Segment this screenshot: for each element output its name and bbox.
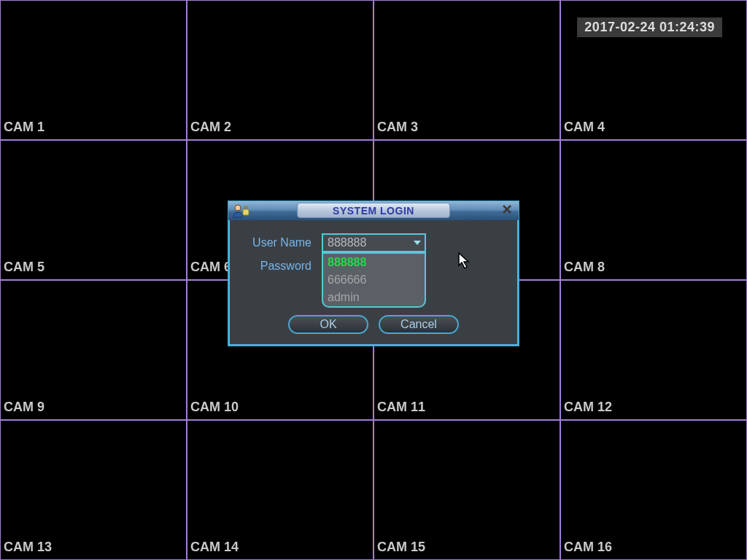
username-label: User Name: [243, 236, 322, 249]
camera-label: CAM 9: [4, 400, 44, 415]
login-dialog: SYSTEM LOGIN User Name 888888: [228, 201, 519, 346]
camera-cell[interactable]: CAM 8: [560, 140, 747, 280]
camera-label: CAM 4: [564, 120, 605, 135]
camera-cell[interactable]: CAM 13: [0, 420, 187, 560]
camera-cell[interactable]: CAM 16: [560, 420, 747, 560]
camera-label: CAM 11: [377, 400, 425, 415]
camera-label: CAM 2: [190, 120, 231, 135]
dialog-titlebar[interactable]: SYSTEM LOGIN: [228, 201, 519, 220]
camera-label: CAM 15: [377, 540, 425, 555]
username-dropdown: 888888 666666 admin: [322, 252, 426, 308]
camera-cell[interactable]: CAM 9: [0, 280, 187, 420]
chevron-down-icon[interactable]: [412, 235, 422, 251]
camera-label: CAM 3: [377, 120, 418, 135]
camera-cell[interactable]: CAM 12: [560, 280, 747, 420]
camera-cell[interactable]: CAM 1: [0, 0, 187, 140]
camera-cell[interactable]: CAM 14: [187, 420, 374, 560]
close-button[interactable]: [500, 203, 514, 218]
camera-label: CAM 12: [564, 400, 612, 415]
svg-rect-1: [243, 209, 249, 215]
camera-label: CAM 1: [4, 120, 44, 135]
timestamp-display: 2017-02-24 01:24:39: [577, 18, 722, 37]
camera-label: CAM 14: [190, 540, 239, 555]
username-value: 888888: [328, 236, 366, 249]
camera-label: CAM 13: [4, 540, 52, 555]
camera-cell[interactable]: CAM 2: [187, 0, 374, 140]
login-icon: [230, 201, 252, 220]
username-option[interactable]: admin: [323, 289, 425, 306]
cancel-button[interactable]: Cancel: [379, 315, 459, 334]
ok-button[interactable]: OK: [288, 315, 368, 334]
camera-cell[interactable]: CAM 3: [374, 0, 560, 140]
username-field[interactable]: 888888: [322, 233, 426, 252]
password-label: Password: [243, 260, 322, 273]
svg-point-0: [235, 205, 241, 211]
camera-label: CAM 16: [564, 540, 612, 555]
camera-label: CAM 6: [190, 260, 231, 275]
camera-label: CAM 10: [190, 400, 239, 415]
username-combo[interactable]: 888888 888888 666666 admin: [322, 233, 426, 252]
username-option[interactable]: 666666: [323, 271, 425, 289]
camera-cell[interactable]: CAM 5: [0, 140, 187, 280]
svg-marker-4: [414, 241, 421, 245]
camera-label: CAM 5: [4, 260, 44, 275]
camera-cell[interactable]: CAM 15: [374, 420, 560, 560]
username-option[interactable]: 888888: [323, 254, 425, 271]
camera-label: CAM 8: [564, 260, 605, 275]
dialog-body: User Name 888888 888888 666666 admin: [228, 220, 519, 346]
dialog-title: SYSTEM LOGIN: [297, 203, 450, 218]
